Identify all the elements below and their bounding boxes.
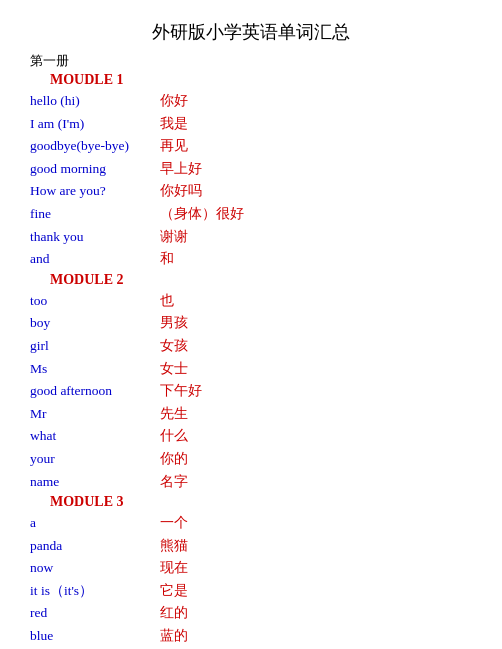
vocab-row: red红的 (30, 602, 472, 624)
vocab-row: thank you谢谢 (30, 226, 472, 248)
vocab-english: fine (30, 203, 160, 225)
vocab-chinese: 名字 (160, 471, 188, 493)
vocab-row: good afternoon下午好 (30, 380, 472, 402)
vocab-row: panda熊猫 (30, 535, 472, 557)
vocab-english: now (30, 557, 160, 579)
vocab-row: and和 (30, 248, 472, 270)
vocab-chinese: 红的 (160, 602, 188, 624)
vocab-chinese: 你好吗 (160, 180, 202, 202)
vocab-row: How are you?你好吗 (30, 180, 472, 202)
vocab-row: blue蓝的 (30, 625, 472, 647)
vocab-english: a (30, 512, 160, 534)
module-header-1: MOUDLE 1 (50, 72, 472, 88)
vocab-row: too也 (30, 290, 472, 312)
vocab-english: what (30, 425, 160, 447)
vocab-chinese: 先生 (160, 403, 188, 425)
vocab-english: your (30, 448, 160, 470)
vocab-row: a一个 (30, 512, 472, 534)
vocab-row: I am (I'm)我是 (30, 113, 472, 135)
vocab-english: red (30, 602, 160, 624)
vocab-english: I am (I'm) (30, 113, 160, 135)
vocab-row: goodbye(bye-bye)再见 (30, 135, 472, 157)
vocab-english: and (30, 248, 160, 270)
vocab-chinese: 谢谢 (160, 226, 188, 248)
vocab-row: name名字 (30, 471, 472, 493)
vocab-english: thank you (30, 226, 160, 248)
vocab-row: hello (hi)你好 (30, 90, 472, 112)
vocab-english: Mr (30, 403, 160, 425)
vocab-chinese: 早上好 (160, 158, 202, 180)
vocab-english: How are you? (30, 180, 160, 202)
vocab-chinese: 蓝的 (160, 625, 188, 647)
book-label: 第一册 (30, 52, 472, 70)
vocab-chinese: 你好 (160, 90, 188, 112)
vocab-english: too (30, 290, 160, 312)
vocab-row: it is（it's）它是 (30, 580, 472, 602)
vocab-chinese: 我是 (160, 113, 188, 135)
vocab-english: name (30, 471, 160, 493)
module-header-2: MODULE 2 (50, 272, 472, 288)
vocab-english: girl (30, 335, 160, 357)
vocab-chinese: （身体）很好 (160, 203, 244, 225)
vocab-row: Mr先生 (30, 403, 472, 425)
module-header-3: MODULE 3 (50, 494, 472, 510)
vocab-english: good afternoon (30, 380, 160, 402)
vocab-chinese: 熊猫 (160, 535, 188, 557)
vocab-english: goodbye(bye-bye) (30, 135, 160, 157)
vocab-english: blue (30, 625, 160, 647)
vocab-row: fine（身体）很好 (30, 203, 472, 225)
vocab-english: panda (30, 535, 160, 557)
vocab-chinese: 它是 (160, 580, 188, 602)
vocab-english: good morning (30, 158, 160, 180)
vocab-english: hello (hi) (30, 90, 160, 112)
vocab-chinese: 和 (160, 248, 174, 270)
vocab-row: Ms女士 (30, 358, 472, 380)
vocab-row: good morning早上好 (30, 158, 472, 180)
vocab-row: boy男孩 (30, 312, 472, 334)
vocab-row: what什么 (30, 425, 472, 447)
vocab-chinese: 女士 (160, 358, 188, 380)
vocab-english: Ms (30, 358, 160, 380)
vocab-chinese: 下午好 (160, 380, 202, 402)
vocab-chinese: 一个 (160, 512, 188, 534)
vocab-chinese: 你的 (160, 448, 188, 470)
vocab-row: now现在 (30, 557, 472, 579)
vocab-english: it is（it's） (30, 580, 160, 602)
vocab-english: boy (30, 312, 160, 334)
vocab-chinese: 男孩 (160, 312, 188, 334)
vocab-chinese: 女孩 (160, 335, 188, 357)
vocab-row: girl女孩 (30, 335, 472, 357)
vocab-chinese: 什么 (160, 425, 188, 447)
vocab-chinese: 再见 (160, 135, 188, 157)
page-title: 外研版小学英语单词汇总 (30, 20, 472, 44)
vocab-chinese: 也 (160, 290, 174, 312)
vocab-chinese: 现在 (160, 557, 188, 579)
vocab-row: your你的 (30, 448, 472, 470)
